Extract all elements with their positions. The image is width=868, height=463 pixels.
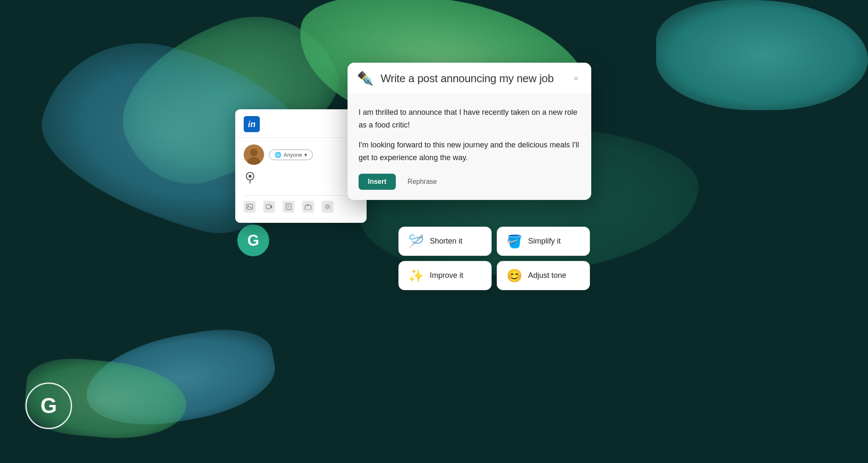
pin-icon	[245, 172, 358, 185]
ai-prompt-bar: ✒️ Write a post announcing my new job ×	[348, 63, 591, 94]
svg-rect-8	[266, 205, 270, 209]
grammarly-g-large: G	[41, 395, 57, 416]
settings-icon[interactable]	[322, 201, 334, 213]
avatar	[244, 144, 264, 165]
simplify-label: Simplify it	[528, 237, 561, 246]
linkedin-icon-label: in	[248, 119, 256, 129]
simplify-icon: 🪣	[506, 234, 522, 249]
chevron-down-icon: ▾	[304, 152, 307, 158]
shorten-label: Shorten it	[430, 237, 462, 246]
ai-content: I am thrilled to announce that I have re…	[348, 94, 591, 200]
linkedin-header: in	[235, 109, 367, 137]
shorten-icon: 🪡	[408, 234, 424, 249]
ai-paragraph-2: I'm looking forward to this new journey …	[359, 139, 580, 164]
adjust-tone-button[interactable]: 😊 Adjust tone	[497, 261, 590, 290]
ai-paragraph-1: I am thrilled to announce that I have re…	[359, 106, 580, 131]
audience-selector[interactable]: 🌐 Anyone ▾	[269, 150, 313, 160]
svg-point-14	[326, 205, 329, 208]
linkedin-card: in 🌐 Anyone ▾	[235, 109, 367, 223]
briefcase-icon[interactable]	[302, 201, 314, 213]
svg-point-4	[249, 175, 252, 178]
document-icon[interactable]	[283, 201, 295, 213]
audience-label: Anyone	[284, 152, 302, 158]
grammarly-logo-small: G	[237, 225, 269, 256]
avatar-face	[244, 144, 264, 165]
improve-button[interactable]: ✨ Improve it	[398, 261, 492, 290]
ai-prompt-text: Write a post announcing my new job	[381, 72, 554, 85]
shorten-button[interactable]: 🪡 Shorten it	[398, 227, 492, 256]
ai-generated-text: I am thrilled to announce that I have re…	[359, 106, 580, 164]
grammarly-g-small: G	[247, 233, 259, 248]
adjust-tone-icon: 😊	[506, 268, 522, 283]
video-icon[interactable]	[263, 201, 275, 213]
rephrase-button[interactable]: Rephrase	[401, 174, 444, 190]
svg-rect-13	[305, 205, 311, 210]
background-blob-4	[656, 0, 868, 110]
close-icon: ×	[573, 74, 579, 83]
insert-button[interactable]: Insert	[359, 174, 396, 190]
globe-icon: 🌐	[275, 152, 281, 158]
linkedin-body: 🌐 Anyone ▾	[235, 137, 367, 223]
post-user-row: 🌐 Anyone ▾	[244, 144, 358, 165]
image-icon[interactable]	[244, 201, 256, 213]
close-button[interactable]: ×	[570, 72, 582, 84]
ai-actions: Insert Rephrase	[359, 174, 580, 190]
action-buttons-grid: 🪡 Shorten it 🪣 Simplify it ✨ Improve it …	[398, 227, 590, 290]
post-toolbar	[244, 195, 358, 216]
grammarly-logo-large: G	[25, 383, 72, 429]
simplify-button[interactable]: 🪣 Simplify it	[497, 227, 590, 256]
improve-icon: ✨	[408, 268, 424, 283]
improve-label: Improve it	[430, 271, 463, 280]
linkedin-icon: in	[244, 116, 260, 132]
svg-point-1	[250, 149, 258, 156]
adjust-tone-label: Adjust tone	[528, 271, 566, 280]
ai-panel: ✒️ Write a post announcing my new job × …	[348, 63, 591, 200]
svg-rect-6	[247, 204, 253, 209]
rocket-emoji: ✒️	[357, 70, 374, 86]
